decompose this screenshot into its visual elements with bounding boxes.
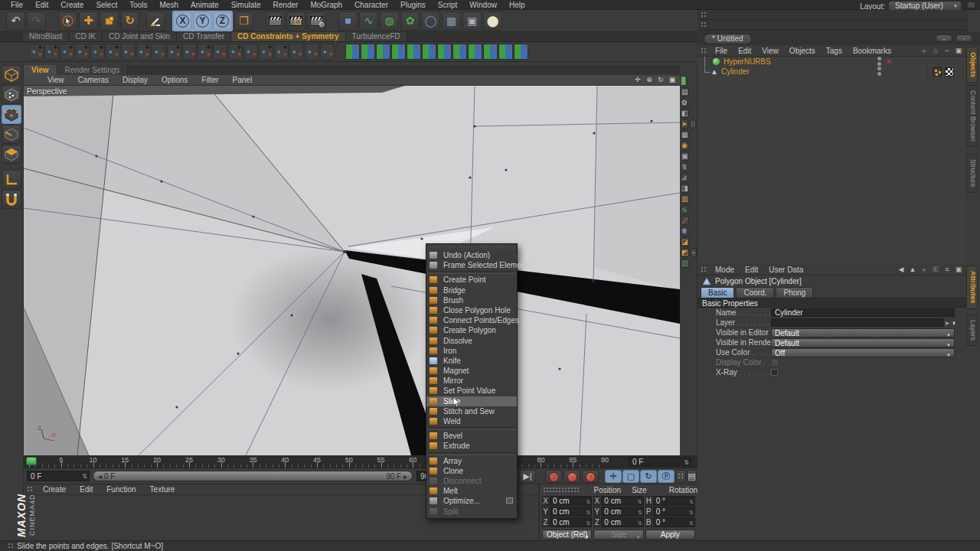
cd-tool-icon[interactable]: +	[29, 44, 44, 60]
strip-tool-icon[interactable]: ◨	[681, 184, 689, 193]
side-tab-content-browser[interactable]: Content Browser	[966, 85, 978, 147]
strip-tool-icon[interactable]: ∿	[681, 205, 688, 214]
am-forward-icon[interactable]: ▲	[908, 265, 917, 274]
menu-simulate[interactable]: Simulate	[225, 1, 267, 9]
visible-renderer-dropdown[interactable]: Default	[771, 338, 955, 347]
strip-tool-icon[interactable]: ◫	[681, 259, 689, 268]
tab-cd-constraints-symmetry[interactable]: CD Constraints + Symmetry	[231, 32, 346, 41]
display-color-swatch[interactable]	[771, 359, 779, 367]
palette-grip[interactable]	[701, 11, 707, 18]
cd-tool-icon[interactable]: +	[228, 44, 243, 60]
vp-menu-cameras[interactable]: Cameras	[71, 76, 116, 84]
cd-tool-icon[interactable]: +	[75, 44, 90, 60]
move-tool-icon[interactable]: ✚	[79, 11, 98, 31]
symmetry-tool-icon[interactable]	[422, 44, 436, 60]
ctx-disconnect[interactable]: Disconnect	[426, 476, 517, 486]
symmetry-tool-icon[interactable]	[514, 44, 528, 60]
am-list-icon[interactable]: ≡	[942, 265, 952, 274]
scale-tool-icon[interactable]	[100, 11, 119, 31]
strip-tool-icon[interactable]: ∷	[690, 119, 696, 129]
strip-tool-icon[interactable]: ✿	[681, 98, 688, 107]
tab-cd-joint-and-skin[interactable]: CD Joint and Skin	[103, 32, 177, 41]
menu-edit[interactable]: Edit	[29, 1, 54, 9]
om-float-icon[interactable]: ▣	[954, 46, 963, 55]
add-spline-icon[interactable]: ∿	[359, 11, 378, 31]
keyframe-selection-icon[interactable]: ?	[582, 470, 599, 483]
am-menu-edit[interactable]: Edit	[740, 266, 763, 274]
cd-tool-icon[interactable]: +	[136, 44, 151, 60]
rotation-p-field[interactable]: 0 °	[653, 507, 695, 517]
strip-tool-icon[interactable]: ⊿	[681, 173, 688, 182]
cd-tool-icon[interactable]: +	[44, 44, 59, 60]
am-menu-mode[interactable]: Mode	[710, 266, 740, 274]
tab-render-settings[interactable]: Render Settings	[57, 65, 129, 75]
render-settings-icon[interactable]	[307, 11, 326, 31]
strip-tool-icon[interactable]: ◉	[681, 141, 688, 150]
timeline-ruler[interactable]: 0 5 10 15 20 25 30 35 40 45 50 55 60 65 …	[24, 455, 697, 468]
keyframe-bar-icon[interactable]: ▤	[687, 470, 697, 483]
size-z-field[interactable]: 0 cm	[601, 517, 643, 527]
menu-mesh[interactable]: Mesh	[154, 1, 185, 9]
cd-tool-icon[interactable]	[152, 44, 166, 60]
tab-basic[interactable]: Basic	[701, 287, 734, 298]
menu-script[interactable]: Script	[432, 1, 464, 9]
ctx-weld[interactable]: Weld	[426, 416, 517, 426]
object-row-cylinder[interactable]: ▲ Cylinder	[697, 67, 966, 77]
point-selection-tag-icon[interactable]	[933, 67, 942, 77]
symmetry-tool-icon[interactable]	[391, 44, 406, 60]
edge-mode-icon[interactable]	[2, 125, 21, 144]
symmetry-tool-icon[interactable]	[376, 44, 390, 60]
coord-mode-dropdown[interactable]: Object (Rel)	[542, 530, 592, 540]
om-search-icon[interactable]: ⌕	[920, 46, 929, 55]
ctx-bridge[interactable]: Bridge	[426, 285, 517, 295]
om-menu-tags[interactable]: Tags	[821, 47, 848, 55]
vp-menu-view[interactable]: View	[41, 76, 71, 84]
cd-tool-icon[interactable]: +	[198, 44, 212, 60]
vp-menu-options[interactable]: Options	[155, 76, 194, 84]
model-mode-icon[interactable]	[2, 85, 21, 104]
doc-maximize-icon[interactable]: ▫	[956, 34, 972, 42]
am-lock-icon[interactable]: ⚿	[931, 265, 940, 274]
symmetry-tool-icon[interactable]	[498, 44, 513, 60]
menu-window[interactable]: Window	[463, 1, 503, 9]
position-z-field[interactable]: 0 cm	[550, 517, 592, 527]
om-menu-edit[interactable]: Edit	[733, 47, 756, 55]
ctx-mirror[interactable]: Mirror	[426, 376, 517, 386]
strip-tool-icon[interactable]: ↯	[681, 162, 688, 171]
ctx-slide[interactable]: Slide	[426, 396, 517, 406]
vp-menu-filter[interactable]: Filter	[194, 76, 225, 84]
side-tab-layers[interactable]: Layers	[966, 315, 978, 346]
menu-animate[interactable]: Animate	[185, 1, 225, 9]
ctx-split[interactable]: Split	[426, 507, 517, 517]
ctx-create-polygon[interactable]: Create Polygon	[426, 325, 517, 335]
ctx-melt[interactable]: Melt	[426, 486, 517, 496]
cd-tool-icon[interactable]	[289, 44, 304, 60]
strip-tool-icon[interactable]: ◩	[681, 248, 689, 257]
menu-file[interactable]: File	[5, 1, 29, 9]
rotation-b-field[interactable]: 0 °	[653, 517, 695, 527]
mat-menu-texture[interactable]: Texture	[143, 485, 182, 494]
cd-tool-icon[interactable]	[182, 44, 197, 60]
ctx-optimize[interactable]: Optimize...	[426, 496, 517, 506]
add-cube-icon[interactable]: ■	[338, 11, 358, 31]
point-mode-icon[interactable]	[2, 105, 21, 124]
menu-mograph[interactable]: MoGraph	[304, 1, 348, 9]
frame-range-slider[interactable]: 0 F 90 F	[93, 471, 413, 481]
strip-tool-icon[interactable]: ▊	[681, 77, 688, 86]
live-selection-icon[interactable]	[58, 11, 77, 31]
strip-tool-icon[interactable]: ◪	[681, 237, 689, 246]
position-y-field[interactable]: 0 cm	[550, 507, 592, 517]
layer-input[interactable]	[771, 318, 944, 327]
tab-phong[interactable]: Phong	[776, 287, 813, 298]
am-back-icon[interactable]: ◀	[897, 265, 906, 274]
panel-grip[interactable]	[543, 487, 580, 494]
symmetry-tool-icon[interactable]	[437, 44, 452, 60]
spline-primitive-icon[interactable]: ◯	[421, 11, 440, 31]
position-x-field[interactable]: 0 cm	[550, 496, 592, 506]
ctx-set-point-value[interactable]: Set Point Value	[426, 386, 517, 396]
ctx-close-polygon-hole[interactable]: Close Polygon Hole	[426, 305, 517, 315]
ctx-magnet[interactable]: Magnet	[426, 366, 517, 376]
redo-icon[interactable]: ↷	[27, 11, 46, 31]
ctx-dissolve[interactable]: Dissolve	[426, 336, 517, 346]
cd-timer-icon[interactable]	[320, 44, 335, 60]
